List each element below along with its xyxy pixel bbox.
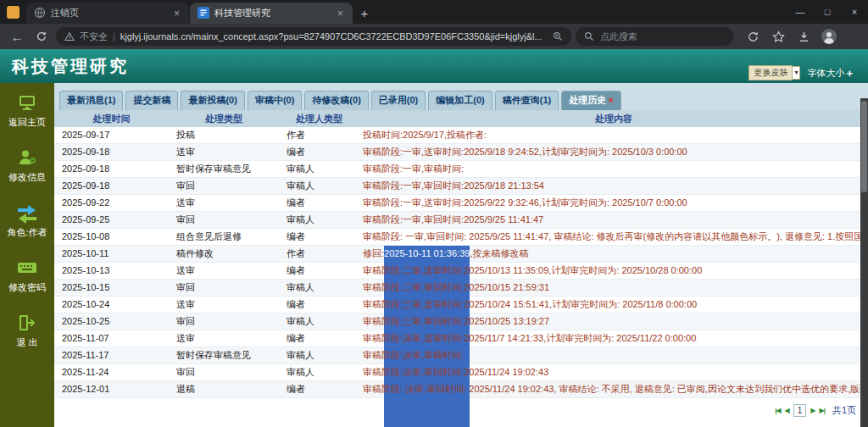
table-header-row: 处理时间 处理类型 处理人类型 处理内容 (54, 110, 868, 127)
change-skin-button[interactable]: 更换皮肤 ▾ (748, 65, 800, 80)
next-page-button[interactable]: ▶ (810, 407, 815, 414)
sidebar-item-0[interactable]: 返回主页 (8, 92, 46, 129)
url-text: kjglyj.ijournals.cn/mainx_concept.aspx?p… (120, 31, 548, 42)
address-bar[interactable]: 不安全 | kjglyj.ijournals.cn/mainx_concept.… (56, 27, 571, 46)
sidebar: 返回主页修改信息角色:作者修改密码退 出 (0, 83, 54, 427)
back-button[interactable]: ← (7, 26, 27, 47)
download-icon[interactable] (793, 26, 814, 47)
sidebar-item-1[interactable]: 修改信息 (8, 147, 46, 184)
main-area: 最新消息(1)提交新稿最新投稿(0)审稿中(0)待修改稿(0)已录用(0)编辑加… (54, 83, 868, 427)
profile-avatar[interactable] (819, 26, 839, 47)
browser-tab-1[interactable]: 科技管理研究× (190, 3, 353, 24)
table-row: 2025-11-07送审编者审稿阶段:决审,送审时间:2025/11/7 14:… (54, 330, 868, 347)
first-page-button[interactable]: |◀ (775, 407, 780, 414)
role-arrows-icon (16, 202, 38, 224)
module-tab-close-icon[interactable]: × (608, 95, 613, 105)
table-row: 2025-09-17投稿作者投稿时间:2025/9/17,投稿作者: (54, 127, 868, 144)
change-skin-label: 更换皮肤 (748, 65, 793, 80)
table-body: 2025-09-17投稿作者投稿时间:2025/9/17,投稿作者:2025-0… (54, 127, 868, 398)
col-header-content: 处理内容 (359, 110, 868, 127)
header-controls: 更换皮肤 ▾ 字体大小 + (748, 65, 853, 80)
font-size-control: 字体大小 + (807, 67, 853, 80)
maximize-button[interactable]: □ (814, 0, 841, 24)
module-tab-0[interactable]: 最新消息(1) (59, 91, 123, 110)
site-header: 科技管理研究 更换皮肤 ▾ 字体大小 + (0, 49, 868, 83)
browser-tabstrip: 注销页×科技管理研究× + — □ × (0, 0, 868, 24)
security-label: 不安全 (80, 30, 108, 43)
minimize-button[interactable]: — (787, 0, 814, 24)
page: 科技管理研究 更换皮肤 ▾ 字体大小 + 返回主页修改信息角色:作者修改密码退 … (0, 49, 868, 427)
site-title: 科技管理研究 (12, 55, 129, 78)
table-row: 2025-09-18送审编者审稿阶段:一审,送审时间:2025/9/18 9:2… (54, 144, 868, 161)
prev-page-button[interactable]: ◀ (785, 407, 789, 414)
module-tab-8[interactable]: 处理历史× (561, 91, 620, 110)
sync-icon[interactable] (743, 26, 763, 47)
keyboard-icon (17, 257, 37, 279)
module-tab-4[interactable]: 待修改稿(0) (304, 91, 368, 110)
browser-tabs: 注销页×科技管理研究× (26, 3, 353, 24)
table-row: 2025-11-17暂时保存审稿意见审稿人审稿阶段:决审,审稿时间: (54, 347, 868, 364)
search-placeholder: 点此搜索 (600, 30, 637, 43)
sidebar-item-2[interactable]: 角色:作者 (7, 202, 47, 239)
scrollbar-thumb[interactable] (861, 101, 867, 192)
table-row: 2025-10-11稿件修改作者修回:2025-10-11 01:36:39,按… (54, 246, 868, 263)
monitor-icon (17, 92, 37, 114)
browser-app-icon[interactable] (7, 6, 19, 19)
module-tab-7[interactable]: 稿件查询(1) (495, 91, 559, 110)
col-header-type: 处理类型 (169, 110, 279, 127)
browser-tab-title: 科技管理研究 (214, 7, 331, 19)
current-page: 1 (793, 404, 807, 417)
bookmark-star-icon[interactable] (768, 26, 788, 47)
reload-button[interactable] (31, 26, 52, 47)
table-row: 2025-11-24审回审稿人审稿阶段:决审,审回时间:2025/11/24 1… (54, 364, 868, 381)
font-increase-button[interactable]: + (846, 67, 853, 80)
content: 返回主页修改信息角色:作者修改密码退 出 最新消息(1)提交新稿最新投稿(0)审… (0, 83, 868, 427)
page-scrollbar[interactable] (860, 98, 868, 427)
tab-close-icon[interactable]: × (336, 8, 345, 19)
globe-favicon-icon (34, 7, 46, 20)
table-row: 2025-10-13送审编者审稿阶段:二审,送审时间:2025/10/13 11… (54, 263, 868, 280)
sidebar-item-4[interactable]: 退 出 (16, 312, 37, 349)
history-panel: 处理时间 处理类型 处理人类型 处理内容 2025-09-17投稿作者投稿时间:… (54, 110, 868, 427)
module-tab-3[interactable]: 审稿中(0) (248, 91, 302, 110)
table-row: 2025-09-22送审编者审稿阶段:一审,送审时间:2025/9/22 9:3… (54, 195, 868, 212)
module-tab-5[interactable]: 已录用(0) (371, 91, 426, 110)
table-row: 2025-10-08组合意见后退修编者审稿阶段: 一审,审回时间: 2025/9… (54, 229, 868, 246)
table-row: 2025-09-18审回审稿人审稿阶段:一审,审回时间:2025/9/18 21… (54, 178, 868, 195)
toolbar-icons (743, 26, 839, 47)
module-tab-6[interactable]: 编辑加工(0) (428, 91, 492, 110)
sidebar-item-label: 修改密码 (8, 281, 46, 294)
total-pages: 共1页 (832, 404, 856, 417)
col-header-person: 处理人类型 (279, 110, 359, 127)
user-gear-icon (17, 147, 37, 169)
zoom-icon[interactable] (553, 31, 563, 42)
journal-favicon-icon (198, 7, 209, 20)
url-divider: | (113, 31, 115, 42)
module-tabs: 最新消息(1)提交新稿最新投稿(0)审稿中(0)待修改稿(0)已录用(0)编辑加… (54, 83, 868, 110)
close-window-button[interactable]: × (841, 0, 868, 24)
browser-tab-title: 注销页 (51, 7, 167, 19)
browser-tab-0[interactable]: 注销页× (26, 3, 189, 24)
col-header-time: 处理时间 (54, 110, 169, 127)
sidebar-item-3[interactable]: 修改密码 (8, 257, 46, 294)
exit-icon (17, 312, 37, 334)
chevron-down-icon: ▾ (793, 66, 800, 80)
new-tab-button[interactable]: + (353, 3, 376, 24)
search-icon (584, 31, 594, 42)
browser-toolbar: ← 不安全 | kjglyj.ijournals.cn/mainx_concep… (0, 24, 868, 49)
search-box[interactable]: 点此搜索 (576, 27, 733, 46)
font-size-label: 字体大小 (807, 67, 844, 80)
tab-close-icon[interactable]: × (172, 8, 181, 19)
sidebar-item-label: 修改信息 (8, 171, 46, 184)
warning-triangle-icon (64, 31, 75, 42)
table-row: 2025-12-01退稿编者审稿阶段: 决审,审回时间: 2025/11/24 … (54, 381, 868, 398)
last-page-button[interactable]: ▶| (819, 407, 824, 414)
table-row: 2025-10-25审回审稿人审稿阶段:三审,审回时间:2025/10/25 1… (54, 313, 868, 330)
module-tab-2[interactable]: 最新投稿(0) (181, 91, 244, 110)
table-row: 2025-09-25审回审稿人审稿阶段:一审,审回时间:2025/9/25 11… (54, 212, 868, 229)
table-row: 2025-09-18暂时保存审稿意见审稿人审稿阶段:一审,审稿时间: (54, 161, 868, 178)
browser-window: 注销页×科技管理研究× + — □ × ← 不安全 | kjglyj.ijour… (0, 0, 868, 427)
table-row: 2025-10-15审回审稿人审稿阶段:二审,审回时间:2025/10/15 2… (54, 280, 868, 297)
module-tab-1[interactable]: 提交新稿 (125, 91, 178, 110)
sidebar-item-label: 角色:作者 (7, 226, 47, 239)
